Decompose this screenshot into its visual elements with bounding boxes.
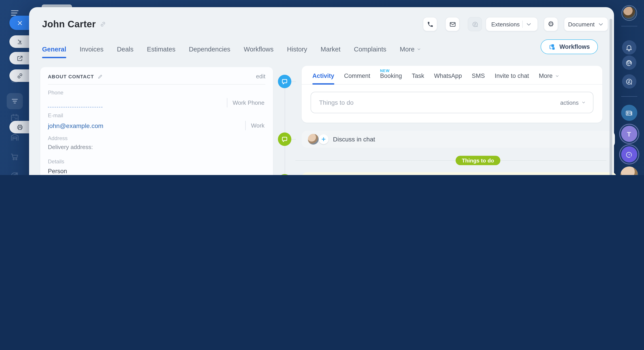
tab-task[interactable]: Task bbox=[412, 72, 424, 84]
warehouse-icon bbox=[10, 133, 19, 142]
tab-more[interactable]: More bbox=[539, 72, 560, 84]
about-edit-link[interactable]: edit bbox=[256, 73, 266, 80]
section-divider bbox=[295, 160, 606, 161]
document-button[interactable]: Document bbox=[564, 17, 608, 31]
details-value[interactable]: Person bbox=[48, 168, 67, 175]
scrollbar-thumb[interactable] bbox=[610, 19, 612, 175]
collapse-icon bbox=[16, 38, 23, 45]
extensions-button[interactable]: Extensions bbox=[486, 17, 538, 31]
workflows-button[interactable]: Workflows bbox=[540, 40, 598, 54]
contact-card-icon bbox=[625, 109, 633, 116]
things-to-do-pill: Things to do bbox=[456, 156, 500, 165]
tab-deals[interactable]: Deals bbox=[117, 46, 133, 58]
close-icon bbox=[16, 20, 23, 26]
page-header: John Carter bbox=[42, 19, 106, 30]
extensions-label: Extensions bbox=[491, 21, 520, 28]
phone-value-masked[interactable] bbox=[48, 105, 102, 108]
todo-input-box[interactable]: actions bbox=[310, 92, 594, 113]
details-label: Details bbox=[48, 158, 266, 165]
activity-chat-bubble-icon bbox=[278, 75, 291, 88]
divider bbox=[621, 26, 637, 26]
divider bbox=[522, 20, 523, 28]
chat-transfer-icon bbox=[472, 21, 478, 28]
user-avatar[interactable] bbox=[623, 7, 635, 19]
activity-tabs: Activity Comment NEW Booking Task WhatsA… bbox=[302, 66, 602, 84]
call-icon bbox=[427, 21, 434, 28]
app-screen: John Carter Extensions ⚙ Document Genera… bbox=[0, 0, 644, 175]
add-activity-card[interactable]: Add a new activity Plan your next step t… bbox=[302, 172, 617, 175]
call-button[interactable] bbox=[423, 17, 437, 31]
gear-icon: ⚙ bbox=[548, 20, 554, 28]
email-value[interactable]: john@example.com bbox=[48, 122, 104, 130]
todo-input[interactable] bbox=[318, 98, 560, 106]
plus-icon bbox=[321, 136, 326, 142]
tab-sms[interactable]: SMS bbox=[472, 72, 485, 84]
discuss-chat-bubble-icon bbox=[278, 132, 291, 146]
tab-market[interactable]: Market bbox=[321, 46, 340, 58]
cart-icon bbox=[10, 152, 19, 161]
email-type: Work bbox=[245, 121, 264, 130]
new-badge: NEW bbox=[380, 68, 390, 73]
chevron-down-icon bbox=[526, 21, 532, 28]
workflows-icon bbox=[549, 43, 556, 50]
mail-button[interactable] bbox=[445, 17, 460, 31]
chevron-down-icon bbox=[417, 47, 421, 52]
add-participant-button[interactable] bbox=[319, 134, 328, 144]
notifications-bell-icon bbox=[625, 44, 633, 51]
mail-icon bbox=[449, 21, 456, 28]
discuss-in-chat-label: Discuss in chat bbox=[333, 136, 375, 143]
tab-dependencies[interactable]: Dependencies bbox=[189, 46, 230, 58]
tab-more[interactable]: More bbox=[400, 46, 421, 58]
tab-activity[interactable]: Activity bbox=[312, 72, 334, 84]
chevron-down-icon bbox=[597, 21, 604, 28]
divider bbox=[48, 84, 266, 84]
ai-copilot-button[interactable] bbox=[622, 56, 636, 70]
print-icon bbox=[16, 124, 23, 130]
tab-booking[interactable]: NEW Booking bbox=[380, 72, 402, 84]
right-sidebar: T bbox=[614, 0, 644, 175]
link-icon[interactable] bbox=[100, 21, 106, 27]
tab-whatsapp[interactable]: WhatsApp bbox=[434, 72, 462, 84]
tab-invoices[interactable]: Invoices bbox=[80, 46, 104, 58]
tab-history[interactable]: History bbox=[287, 46, 307, 58]
goals-icon bbox=[10, 171, 19, 175]
ai-copilot-icon bbox=[625, 59, 633, 66]
tab-invite-to-chat[interactable]: Invite to chat bbox=[495, 72, 529, 84]
delivery-address-label: Delivery address: bbox=[48, 144, 266, 150]
chevron-down-icon bbox=[581, 100, 586, 105]
contact-card-shortcut[interactable] bbox=[621, 105, 637, 121]
activity-composer-card: Activity Comment NEW Booking Task WhatsA… bbox=[302, 66, 602, 123]
messenger-icon bbox=[625, 78, 633, 85]
timeline-line bbox=[285, 82, 285, 175]
open-in-new-icon bbox=[16, 55, 23, 62]
settings-button[interactable]: ⚙ bbox=[544, 17, 558, 31]
notifications-button[interactable] bbox=[622, 40, 636, 54]
address-label: Address bbox=[48, 135, 266, 142]
logo-icon[interactable] bbox=[7, 93, 23, 109]
email-label: E-mail bbox=[48, 112, 266, 118]
pencil-icon[interactable] bbox=[98, 74, 103, 79]
avatar[interactable]: T bbox=[621, 126, 637, 142]
tab-complaints[interactable]: Complaints bbox=[354, 46, 386, 58]
tab-estimates[interactable]: Estimates bbox=[147, 46, 176, 58]
workflows-button-label: Workflows bbox=[560, 44, 590, 50]
about-contact-card: ABOUT CONTACT edit Phone Work Phone E-ma… bbox=[40, 67, 273, 175]
about-card-title: ABOUT CONTACT bbox=[48, 74, 94, 79]
chevron-down-icon bbox=[555, 74, 559, 78]
tab-workflows[interactable]: Workflows bbox=[244, 46, 274, 58]
discuss-in-chat-row[interactable]: Discuss in chat bbox=[302, 131, 615, 148]
contact-tabs: General Invoices Deals Estimates Depende… bbox=[42, 46, 421, 58]
ai-copilot-icon bbox=[625, 150, 633, 158]
tab-general[interactable]: General bbox=[42, 46, 66, 58]
divider bbox=[621, 96, 637, 97]
avatar[interactable] bbox=[620, 166, 638, 175]
chat-transfer-button bbox=[468, 17, 482, 31]
ai-app-button[interactable] bbox=[621, 146, 637, 162]
messenger-button[interactable] bbox=[622, 74, 636, 88]
tab-comment[interactable]: Comment bbox=[344, 72, 370, 84]
info-icon: i bbox=[278, 174, 291, 175]
contact-window: John Carter Extensions ⚙ Document Genera… bbox=[29, 7, 614, 175]
actions-dropdown[interactable]: actions bbox=[560, 99, 586, 106]
document-label: Document bbox=[568, 21, 595, 28]
phone-type: Work Phone bbox=[227, 98, 264, 108]
